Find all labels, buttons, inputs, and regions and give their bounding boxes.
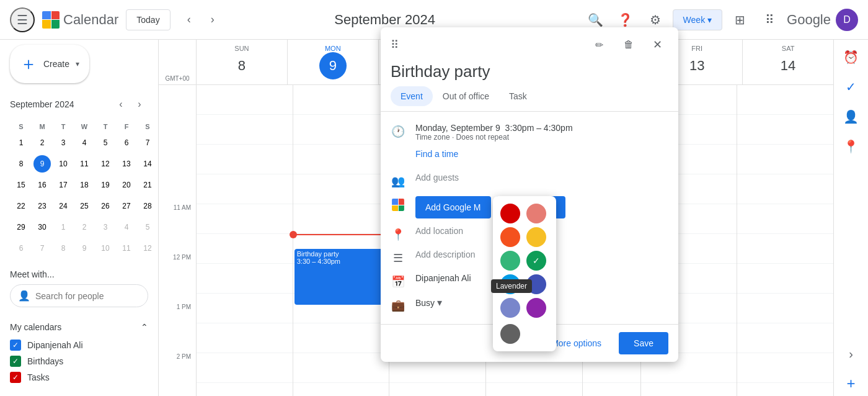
mini-cal-day[interactable]: 30 xyxy=(32,217,52,237)
tab-out-of-office[interactable]: Out of office xyxy=(433,86,499,106)
mini-cal-day[interactable]: 2 xyxy=(74,217,94,237)
mini-cal-day[interactable]: 5 xyxy=(138,217,157,237)
color-picker-popup[interactable]: ✓ Lavender xyxy=(493,196,556,351)
mini-cal-day[interactable]: 5 xyxy=(95,133,115,153)
mini-cal-day[interactable]: 8 xyxy=(11,154,31,174)
mini-cal-day[interactable]: 16 xyxy=(32,175,52,195)
create-button[interactable]: ＋ Create ▾ xyxy=(10,45,89,83)
day-header-sun[interactable]: SUN 8 xyxy=(196,40,287,84)
search-people-field[interactable]: 👤 xyxy=(10,284,148,307)
mini-cal-day[interactable]: 2 xyxy=(32,133,52,153)
mini-cal-day[interactable]: 13 xyxy=(117,154,136,174)
close-dialog-button[interactable]: ✕ xyxy=(646,34,668,56)
day-num-mon[interactable]: 9 xyxy=(319,52,347,79)
day-header-sat[interactable]: SAT 14 xyxy=(742,40,833,84)
color-swatch-basil[interactable]: ✓ xyxy=(526,251,546,271)
user-avatar[interactable]: D xyxy=(836,9,858,31)
calendar-event-birthday[interactable]: Birthday party 3:30 – 4:30pm xyxy=(294,249,388,305)
mini-cal-day[interactable]: 6 xyxy=(117,133,136,153)
color-swatch-sage[interactable] xyxy=(500,251,520,271)
today-button[interactable]: Today xyxy=(126,9,170,30)
calendar-checkbox-tasks[interactable]: ✓ xyxy=(10,372,21,383)
add-guests-placeholder[interactable]: Add guests xyxy=(415,173,459,182)
color-swatch-tomato[interactable] xyxy=(500,204,520,223)
mini-cal-day[interactable]: 10 xyxy=(53,154,73,174)
mini-cal-day[interactable]: 28 xyxy=(138,196,157,216)
day-num-sun[interactable]: 8 xyxy=(228,52,255,79)
save-button[interactable]: Save xyxy=(619,332,668,354)
expand-icon-btn[interactable]: › xyxy=(839,341,864,366)
add-description-placeholder[interactable]: Add description xyxy=(415,250,476,259)
my-calendars-section[interactable]: My calendars ⌃ xyxy=(10,317,148,337)
mini-cal-day[interactable]: 25 xyxy=(74,196,94,216)
reminders-icon-btn[interactable]: ⏰ xyxy=(839,45,864,70)
search-people-input[interactable] xyxy=(35,291,140,301)
mini-cal-day[interactable]: 9 xyxy=(74,238,94,258)
mini-cal-day[interactable]: 3 xyxy=(95,217,115,237)
mini-cal-day[interactable]: 3 xyxy=(53,133,73,153)
find-time-link[interactable]: Find a time xyxy=(415,149,458,159)
add-icon-btn[interactable]: + xyxy=(839,371,864,396)
day-num-sat[interactable]: 14 xyxy=(774,52,802,79)
mini-cal-day[interactable]: 24 xyxy=(53,196,73,216)
day-col-sat[interactable] xyxy=(737,85,833,396)
day-header-mon[interactable]: MON 9 xyxy=(287,40,378,84)
mini-cal-day[interactable]: 21 xyxy=(138,175,157,195)
color-swatch-tangerine[interactable] xyxy=(500,227,520,247)
calendar-checkbox-birthdays[interactable]: ✓ xyxy=(10,356,21,367)
mini-cal-day[interactable]: 1 xyxy=(11,133,31,153)
color-swatch-banana[interactable] xyxy=(526,227,546,247)
mini-cal-day[interactable]: 12 xyxy=(95,154,115,174)
calendar-item-personal[interactable]: ✓ Dipanjenah Ali xyxy=(10,337,148,353)
tab-event[interactable]: Event xyxy=(391,86,433,106)
mini-cal-day[interactable]: 4 xyxy=(74,133,94,153)
mini-cal-day[interactable]: 18 xyxy=(74,175,94,195)
mini-cal-day[interactable]: 14 xyxy=(138,154,157,174)
color-swatch-graphite[interactable] xyxy=(500,324,520,344)
add-location-placeholder[interactable]: Add location xyxy=(415,226,463,236)
mini-cal-day[interactable]: 20 xyxy=(117,175,136,195)
maps-icon-btn[interactable]: 📍 xyxy=(839,134,864,159)
mini-cal-day[interactable]: 23 xyxy=(32,196,52,216)
menu-button[interactable]: ☰ xyxy=(10,7,35,32)
mini-cal-day[interactable]: 6 xyxy=(11,238,31,258)
mini-cal-day[interactable]: 7 xyxy=(32,238,52,258)
color-swatch-flamingo[interactable] xyxy=(526,204,546,223)
edit-button[interactable]: ✏ xyxy=(587,32,611,57)
mini-cal-day[interactable]: 19 xyxy=(95,175,115,195)
mini-cal-day[interactable]: 8 xyxy=(53,238,73,258)
apps-button[interactable]: ⠿ xyxy=(757,7,782,32)
mini-cal-day[interactable]: 29 xyxy=(11,217,31,237)
mini-cal-prev-button[interactable]: ‹ xyxy=(112,96,130,113)
mini-cal-day[interactable]: 1 xyxy=(53,217,73,237)
grid-button[interactable]: ⊞ xyxy=(727,7,752,32)
mini-cal-day[interactable]: 15 xyxy=(11,175,31,195)
color-swatch-blueberry[interactable] xyxy=(526,274,546,294)
tab-task[interactable]: Task xyxy=(499,86,537,106)
mini-cal-day[interactable]: 10 xyxy=(95,238,115,258)
mini-cal-day[interactable]: 11 xyxy=(117,238,136,258)
mini-cal-day[interactable]: 26 xyxy=(95,196,115,216)
calendar-checkbox-personal[interactable]: ✓ xyxy=(10,340,21,351)
color-swatch-grape[interactable] xyxy=(526,298,546,318)
app-logo[interactable]: Calendar xyxy=(42,11,118,29)
view-selector-button[interactable]: Week ▾ xyxy=(673,9,722,30)
day-col-mon[interactable]: Birthday party 3:30 – 4:30pm xyxy=(293,85,389,396)
mini-cal-day[interactable]: 4 xyxy=(117,217,136,237)
delete-button[interactable]: 🗑 xyxy=(616,32,641,57)
day-col-sun[interactable] xyxy=(196,85,293,396)
color-swatch-peacock[interactable] xyxy=(500,274,520,294)
mini-cal-day[interactable]: 11 xyxy=(74,154,94,174)
calendar-item-birthdays[interactable]: ✓ Birthdays xyxy=(10,353,148,369)
mini-cal-day[interactable]: 7 xyxy=(138,133,157,153)
mini-cal-day[interactable]: 22 xyxy=(11,196,31,216)
mini-cal-day[interactable]: 27 xyxy=(117,196,136,216)
mini-cal-next-button[interactable]: › xyxy=(131,96,148,113)
mini-cal-today[interactable]: 9 xyxy=(32,154,52,174)
mini-cal-day[interactable]: 17 xyxy=(53,175,73,195)
add-google-meet-button[interactable]: Add Google M xyxy=(415,196,491,218)
color-swatch-lavender[interactable] xyxy=(500,298,520,318)
mini-cal-day[interactable]: 12 xyxy=(138,238,157,258)
day-num-fri[interactable]: 13 xyxy=(683,52,711,79)
calendar-item-tasks[interactable]: ✓ Tasks xyxy=(10,369,148,385)
